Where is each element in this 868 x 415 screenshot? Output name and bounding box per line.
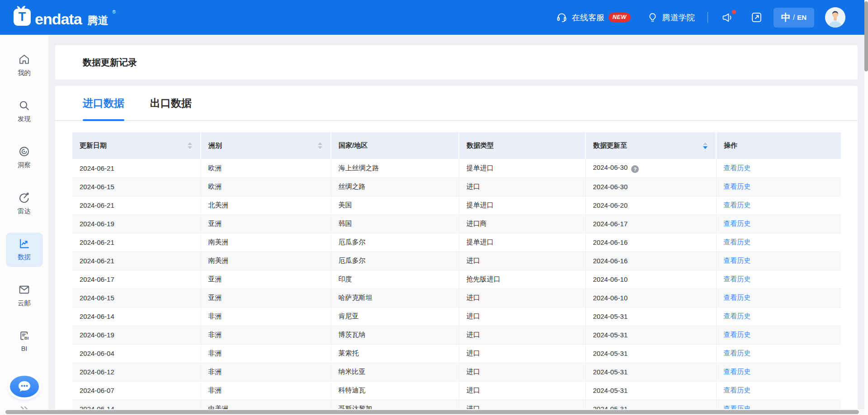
sidebar-item-data[interactable]: 数据 xyxy=(6,233,43,267)
view-history-link[interactable]: 查看历史 xyxy=(724,219,751,227)
cell-continent: 亚洲 xyxy=(201,214,331,233)
brand-name-cn: 腾道 xyxy=(88,14,108,26)
sidebar-item-bi[interactable]: BI BI xyxy=(6,325,43,358)
language-switch[interactable]: 中 / EN xyxy=(774,8,814,28)
online-service-link[interactable]: 在线客服 NEW xyxy=(556,11,631,23)
table-row: 2024-06-04非洲莱索托进口2024-05-31查看历史 xyxy=(72,344,841,363)
cell-updated-to: 2024-06-20 xyxy=(585,196,716,214)
cell-action: 查看历史 xyxy=(716,270,841,289)
cell-continent: 非洲 xyxy=(201,363,331,381)
table-row: 2024-06-21南美洲厄瓜多尔进口2024-06-16查看历史 xyxy=(72,252,841,270)
cell-action: 查看历史 xyxy=(716,289,841,307)
sort-icon-active-desc[interactable] xyxy=(703,142,708,149)
sidebar-item-radar[interactable]: 雷达 xyxy=(6,187,43,221)
brand-logo[interactable]: T endata 腾道 ® xyxy=(14,9,116,27)
avatar[interactable] xyxy=(825,7,845,28)
cell-continent: 非洲 xyxy=(201,326,331,344)
online-service-label: 在线客服 xyxy=(572,12,604,23)
cell-data-type: 进口 xyxy=(459,363,585,381)
column-header-action: 操作 xyxy=(716,132,841,159)
cell-update-date: 2024-06-12 xyxy=(72,363,201,381)
cell-data-type: 进口 xyxy=(459,381,585,400)
table-row: 2024-06-21南美洲厄瓜多尔提单进口2024-06-16查看历史 xyxy=(72,233,841,252)
logo-leaf-icon xyxy=(17,5,26,10)
cell-updated-to: 2024-05-31 xyxy=(585,344,716,363)
top-header: T endata 腾道 ® 在线客服 NEW 腾道学院 xyxy=(0,0,864,35)
view-history-link[interactable]: 查看历史 xyxy=(724,294,751,301)
vertical-scrollbar-thumb[interactable] xyxy=(864,1,868,71)
page-title: 数据更新记录 xyxy=(83,56,137,69)
column-header-update-date[interactable]: 更新日期 xyxy=(72,132,201,159)
table-row: 2024-06-21北美洲美国提单进口2024-06-20查看历史 xyxy=(72,196,841,214)
column-header-country: 国家/地区 xyxy=(331,132,459,159)
nav-divider xyxy=(708,12,708,23)
cell-updated-to: 2024-06-16 xyxy=(585,233,716,252)
cell-updated-to: 2024-05-31 xyxy=(585,381,716,400)
new-badge: NEW xyxy=(609,13,631,22)
notification-dot xyxy=(732,10,736,14)
view-history-link[interactable]: 查看历史 xyxy=(724,201,751,209)
sidebar-item-cloudmail[interactable]: 云邮 xyxy=(6,279,43,313)
sort-icon[interactable] xyxy=(188,142,192,149)
cell-action: 查看历史 xyxy=(716,214,841,233)
view-history-link[interactable]: 查看历史 xyxy=(724,275,751,283)
chat-fab-button[interactable] xyxy=(10,376,39,397)
sidebar-item-insight[interactable]: 洞察 xyxy=(6,140,43,175)
cell-data-type: 进口 xyxy=(459,177,585,196)
cell-action: 查看历史 xyxy=(716,363,841,381)
page-header-card: 数据更新记录 xyxy=(55,45,858,79)
column-header-updated-to[interactable]: 数据更新至 xyxy=(585,132,716,159)
announcement-button[interactable] xyxy=(721,11,734,24)
sidebar: 我的 发现 洞察 雷达 数据 云 xyxy=(0,35,48,415)
table-row: 2024-06-17亚洲印度抢先版进口2024-06-10查看历史 xyxy=(72,270,841,289)
cell-continent: 非洲 xyxy=(201,307,331,326)
view-history-link[interactable]: 查看历史 xyxy=(724,238,751,246)
horizontal-scrollbar-thumb[interactable] xyxy=(5,410,859,414)
fullscreen-button[interactable] xyxy=(750,11,763,23)
view-history-link[interactable]: 查看历史 xyxy=(724,182,751,190)
cell-country: 肯尼亚 xyxy=(331,307,459,326)
cell-country: 哈萨克斯坦 xyxy=(331,289,459,307)
tab-import-data[interactable]: 进口数据 xyxy=(83,86,124,120)
cell-country: 印度 xyxy=(331,270,459,289)
cell-updated-to: 2024-05-31 xyxy=(585,326,716,344)
cell-updated-to: 2024-05-31 xyxy=(585,307,716,326)
cell-data-type: 提单进口 xyxy=(459,196,585,214)
table-body: 2024-06-21欧洲海上丝绸之路提单进口2024-06-30?查看历史202… xyxy=(72,159,841,415)
cell-update-date: 2024-06-21 xyxy=(72,196,201,214)
column-header-continent[interactable]: 洲别 xyxy=(201,132,331,159)
cell-data-type: 进口 xyxy=(459,344,585,363)
cell-update-date: 2024-06-17 xyxy=(72,270,201,289)
table-row: 2024-06-12非洲纳米比亚进口2024-05-31查看历史 xyxy=(72,363,841,381)
view-history-link[interactable]: 查看历史 xyxy=(724,256,751,264)
table-row: 2024-06-19亚洲韩国进口商2024-06-17查看历史 xyxy=(72,214,841,233)
cell-update-date: 2024-06-14 xyxy=(72,307,201,326)
view-history-link[interactable]: 查看历史 xyxy=(724,312,751,320)
bulb-icon xyxy=(647,12,658,23)
cell-data-type: 进口 xyxy=(459,307,585,326)
academy-link[interactable]: 腾道学院 xyxy=(647,12,695,23)
cell-country: 厄瓜多尔 xyxy=(331,252,459,270)
cell-continent: 南美洲 xyxy=(201,252,331,270)
view-history-link[interactable]: 查看历史 xyxy=(724,331,751,338)
view-history-link[interactable]: 查看历史 xyxy=(724,386,751,394)
table-row: 2024-06-15欧洲丝绸之路进口2024-06-30查看历史 xyxy=(72,177,841,196)
registered-mark: ® xyxy=(113,9,116,14)
table-header-row: 更新日期 洲别 国家/地区 数据类型 xyxy=(72,132,841,159)
tab-export-data[interactable]: 出口数据 xyxy=(150,86,192,120)
view-history-link[interactable]: 查看历史 xyxy=(724,349,751,357)
sort-icon[interactable] xyxy=(318,142,322,149)
view-history-link[interactable]: 查看历史 xyxy=(724,164,751,172)
cell-action: 查看历史 xyxy=(716,252,841,270)
cell-country: 科特迪瓦 xyxy=(331,381,459,400)
headset-icon xyxy=(556,11,568,23)
help-icon[interactable]: ? xyxy=(631,165,639,173)
cell-updated-to: 2024-06-30 xyxy=(585,177,716,196)
sidebar-item-mine[interactable]: 我的 xyxy=(6,48,43,83)
view-history-link[interactable]: 查看历史 xyxy=(724,368,751,375)
cell-continent: 亚洲 xyxy=(201,289,331,307)
cell-action: 查看历史 xyxy=(716,307,841,326)
cell-continent: 亚洲 xyxy=(201,270,331,289)
sidebar-item-discover[interactable]: 发现 xyxy=(6,94,43,129)
cell-continent: 欧洲 xyxy=(201,159,331,177)
